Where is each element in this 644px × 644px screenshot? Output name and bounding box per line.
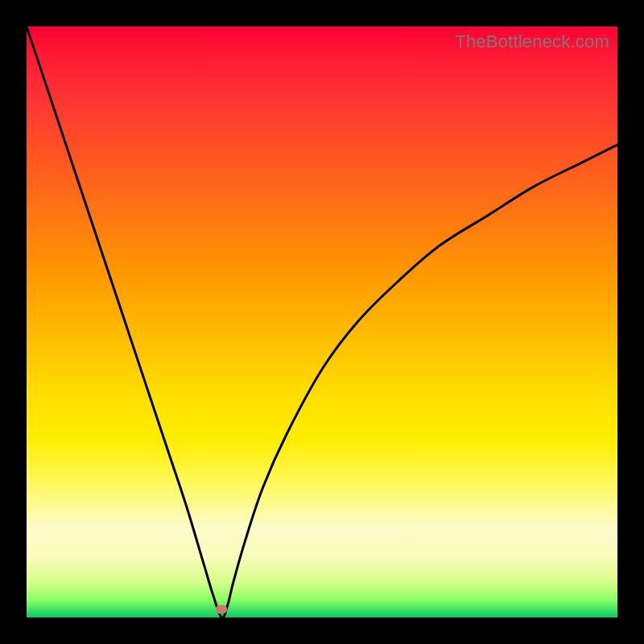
plot-area: TheBottleneck.com	[27, 27, 617, 617]
bottleneck-curve	[27, 27, 617, 617]
curve-svg	[27, 27, 617, 617]
watermark-text: TheBottleneck.com	[455, 31, 609, 52]
optimum-marker	[216, 605, 228, 614]
chart-frame: TheBottleneck.com	[0, 0, 644, 644]
